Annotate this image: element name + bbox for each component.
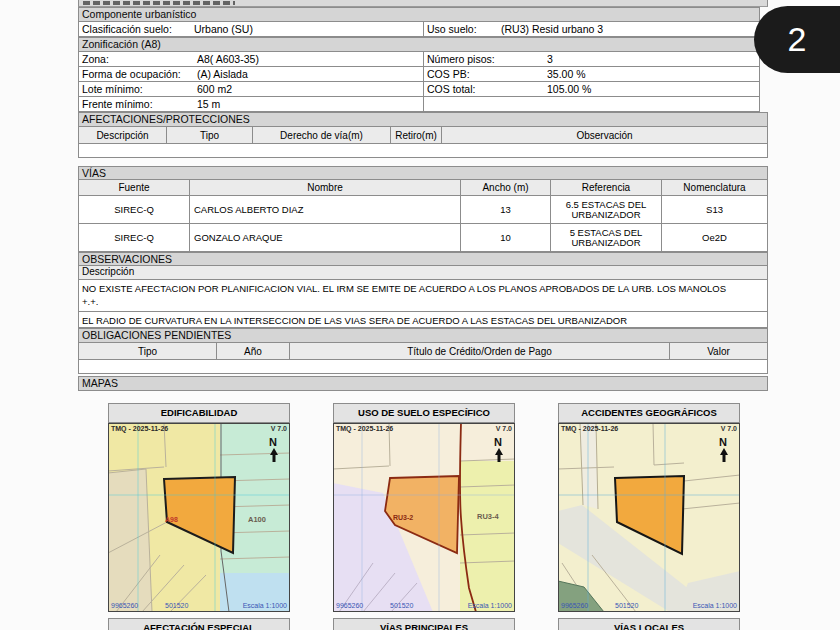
observacion-text: EL RADIO DE CURVATURA EN LA INTERSECCION… <box>82 314 764 327</box>
col-valor: Valor <box>670 343 767 359</box>
value-cos-pb: 35.00 % <box>547 68 586 80</box>
value-cos-total: 105.00 % <box>547 83 591 95</box>
map-version: V 7.0 <box>271 425 287 432</box>
map-version: V 7.0 <box>721 425 737 432</box>
section-zonificacion: Zonificación (A8) Zona: A8( A603-35) Núm… <box>78 37 768 112</box>
map-title: EDIFICABILIDAD <box>108 403 290 423</box>
map-title: ACCIDENTES GEOGRÁFICOS <box>558 403 740 423</box>
map-title-vias-principales: VÍAS PRINCIPALES <box>333 618 515 630</box>
observaciones-subheader: Descripción <box>78 266 768 280</box>
label-clasificacion-suelo: Clasificación suelo: <box>82 23 194 35</box>
edificabilidad-map: TMQ - 2025-11-26 V 7.0 N A98 A100 996526… <box>108 423 290 612</box>
clipped-header-row <box>78 0 768 7</box>
map-version: V 7.0 <box>496 425 512 432</box>
obligaciones-empty-row <box>78 360 768 374</box>
vias-table-header: Fuente Nombre Ancho (m) Referencia Nomen… <box>78 180 768 196</box>
cell-nomenclatura: S13 <box>662 196 767 223</box>
value-clasificacion-suelo: Urbano (SU) <box>194 23 253 35</box>
col-ano: Año <box>217 343 290 359</box>
map-coord-y: 9965260 <box>336 602 363 609</box>
col-tipo: Tipo <box>79 343 217 359</box>
section-vias: VÍAS Fuente Nombre Ancho (m) Referencia … <box>78 166 768 252</box>
section-title-vias: VÍAS <box>78 166 768 180</box>
section-title-mapas: MAPAS <box>78 376 768 391</box>
north-label: N <box>719 436 727 448</box>
col-ancho: Ancho (m) <box>461 180 551 195</box>
value-uso-suelo: (RU3) Resid urbano 3 <box>501 23 603 35</box>
label-cos-total: COS total: <box>427 83 547 95</box>
col-nomenclatura: Nomenclatura <box>662 180 767 195</box>
cell-referencia: 5 ESTACAS DEL URBANIZADOR <box>551 224 662 251</box>
value-lote-minimo: 600 m2 <box>197 83 232 95</box>
section-title-observaciones: OBSERVACIONES <box>78 252 768 266</box>
observacion-item: NO EXISTE AFECTACION POR PLANIFICACION V… <box>78 280 768 312</box>
map-coord-y: 9965260 <box>561 602 588 609</box>
map-title-vias-locales: VÍAS LOCALES <box>558 618 740 630</box>
value-forma-ocupacion: (A) Aislada <box>197 68 248 80</box>
zone-label: RU3-4 <box>477 512 500 521</box>
label-frente-minimo: Frente mínimo: <box>82 98 197 110</box>
section-obligaciones: OBLIGACIONES PENDIENTES Tipo Año Título … <box>78 328 768 374</box>
value-frente-minimo: 15 m <box>197 98 220 110</box>
col-titulo-credito: Título de Crédito/Orden de Pago <box>290 343 670 359</box>
map-scale: Escala 1:1000 <box>693 602 737 609</box>
label-zona: Zona: <box>82 53 197 65</box>
map-coord-x: 501520 <box>390 602 413 609</box>
map-scale: Escala 1:1000 <box>468 602 512 609</box>
table-row: SIREC-Q CARLOS ALBERTO DIAZ 13 6.5 ESTAC… <box>78 196 768 224</box>
accidentes-map: TMQ - 2025-11-26 V 7.0 N 9965260 501520 … <box>558 423 740 612</box>
section-title-zonificacion: Zonificación (A8) <box>78 37 760 52</box>
section-componente-urbanistico: Componente urbanístico Clasificación sue… <box>78 7 768 37</box>
north-label: N <box>494 436 502 448</box>
map-title: USO DE SUELO ESPECÍFICO <box>333 403 515 423</box>
observacion-text: NO EXISTE AFECTACION POR PLANIFICACION V… <box>82 282 764 295</box>
map-coord-y: 9965260 <box>111 602 138 609</box>
section-title-componente: Componente urbanístico <box>78 7 760 22</box>
section-observaciones: OBSERVACIONES Descripción NO EXISTE AFEC… <box>78 252 768 328</box>
cell-fuente: SIREC-Q <box>79 224 190 251</box>
col-retiro: Retiro(m) <box>391 127 442 143</box>
cell-referencia: 6.5 ESTACAS DEL URBANIZADOR <box>551 196 662 223</box>
map-panel-accidentes: ACCIDENTES GEOGRÁFICOS TMQ - 2025-11-26 … <box>558 403 740 612</box>
col-tipo: Tipo <box>167 127 253 143</box>
value-numero-pisos: 3 <box>547 53 553 65</box>
map-panel-uso-suelo: USO DE SUELO ESPECÍFICO TMQ - 2025-11-26… <box>333 403 515 612</box>
map-coord-x: 501520 <box>165 602 188 609</box>
section-title-obligaciones: OBLIGACIONES PENDIENTES <box>78 328 768 343</box>
map-panel-edificabilidad: EDIFICABILIDAD TMQ - 2025-11-26 V 7.0 N … <box>108 403 290 612</box>
col-nombre: Nombre <box>190 180 461 195</box>
maps-next-row: AFECTACIÓN ESPECIAL VÍAS PRINCIPALES VÍA… <box>78 618 768 630</box>
map-stamp: TMQ - 2025-11-26 <box>111 425 168 433</box>
label-uso-suelo: Uso suelo: <box>427 23 501 35</box>
value-zona: A8( A603-35) <box>197 53 259 65</box>
zone-label: A100 <box>248 515 266 524</box>
north-label: N <box>269 436 277 448</box>
col-observacion: Observación <box>442 127 767 143</box>
zone-label: RU3-2 <box>393 514 413 521</box>
label-lote-minimo: Lote mínimo: <box>82 83 197 95</box>
cell-nombre: CARLOS ALBERTO DIAZ <box>190 196 461 223</box>
map-stamp: TMQ - 2025-11-26 <box>561 425 618 433</box>
row-zona: Zona: A8( A603-35) Número pisos: 3 <box>78 52 760 67</box>
label-numero-pisos: Número pisos: <box>427 53 547 65</box>
map-title-afectacion-especial: AFECTACIÓN ESPECIAL <box>108 618 290 630</box>
maps-row: EDIFICABILIDAD TMQ - 2025-11-26 V 7.0 N … <box>78 403 768 612</box>
section-title-afectaciones: AFECTACIONES/PROTECCIONES <box>78 112 768 127</box>
section-mapas: MAPAS <box>78 376 768 391</box>
map-coord-x: 501520 <box>615 602 638 609</box>
map-stamp: TMQ - 2025-11-26 <box>336 425 393 433</box>
row-lote-minimo: Lote mínimo: 600 m2 COS total: 105.00 % <box>78 82 760 97</box>
cell-ancho: 10 <box>461 224 551 251</box>
map-scale: Escala 1:1000 <box>243 602 287 609</box>
cell-nombre: GONZALO ARAQUE <box>190 224 461 251</box>
col-referencia: Referencia <box>551 180 662 195</box>
cell-ancho: 13 <box>461 196 551 223</box>
label-forma-ocupacion: Forma de ocupación: <box>82 68 197 80</box>
afectaciones-empty-row <box>78 144 768 158</box>
row-forma-ocupacion: Forma de ocupación: (A) Aislada COS PB: … <box>78 67 760 82</box>
afectaciones-table-header: Descripción Tipo Derecho de vía(m) Retir… <box>78 127 768 144</box>
page-number-badge: 2 <box>754 6 840 73</box>
observacion-item: EL RADIO DE CURVATURA EN LA INTERSECCION… <box>78 312 768 328</box>
uso-suelo-map: TMQ - 2025-11-26 V 7.0 N RU3-2 RU3-4 996… <box>333 423 515 612</box>
cell-fuente: SIREC-Q <box>79 196 190 223</box>
